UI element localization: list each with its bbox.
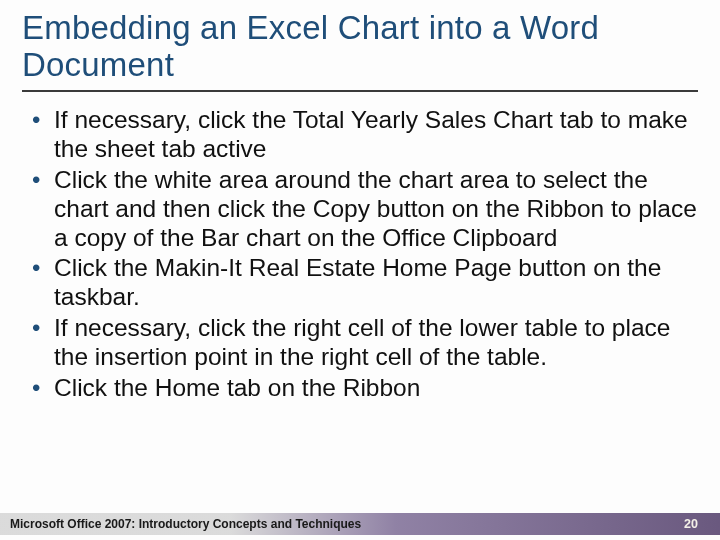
bullet-item: Click the Home tab on the Ribbon	[26, 374, 698, 403]
bullet-item: If necessary, click the right cell of th…	[26, 314, 698, 372]
page-number: 20	[684, 517, 698, 531]
bullet-item: Click the white area around the chart ar…	[26, 166, 698, 253]
footer-text: Microsoft Office 2007: Introductory Conc…	[6, 517, 361, 531]
bullet-item: Click the Makin-It Real Estate Home Page…	[26, 254, 698, 312]
footer: Microsoft Office 2007: Introductory Conc…	[0, 513, 720, 535]
slide: Embedding an Excel Chart into a Word Doc…	[0, 0, 720, 540]
bullet-item: If necessary, click the Total Yearly Sal…	[26, 106, 698, 164]
slide-content: If necessary, click the Total Yearly Sal…	[22, 106, 698, 403]
slide-title: Embedding an Excel Chart into a Word Doc…	[22, 10, 698, 92]
bullet-list: If necessary, click the Total Yearly Sal…	[22, 106, 698, 403]
